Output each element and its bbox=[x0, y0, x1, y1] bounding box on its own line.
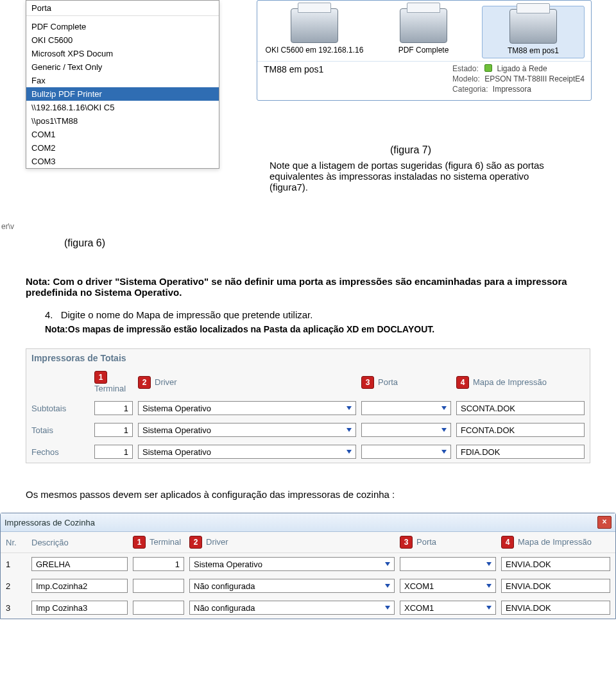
totals-table: Impressoras de Totais 1Terminal 2Driver … bbox=[26, 348, 590, 463]
nota-driver: Nota: Com o driver "Sistema Operativo" s… bbox=[26, 276, 590, 298]
ports-header: Porta bbox=[26, 1, 219, 16]
network-status-icon bbox=[484, 64, 492, 72]
ports-item[interactable]: \\192.168.1.16\OKI C5 bbox=[26, 101, 219, 114]
driver-select[interactable]: Sistema Operativo bbox=[138, 401, 356, 415]
chevron-down-icon bbox=[486, 606, 492, 610]
ports-item[interactable]: COM2 bbox=[26, 141, 219, 155]
desc-input[interactable]: Imp.Cozinha2 bbox=[31, 579, 128, 593]
driver-select[interactable]: Não configurada bbox=[189, 579, 395, 593]
driver-select[interactable]: Sistema Operativo bbox=[138, 445, 356, 459]
chevron-down-icon bbox=[441, 450, 447, 454]
th-mapa: Mapa de Impressão bbox=[518, 537, 592, 547]
mapa-input[interactable]: FDIA.DOK bbox=[456, 445, 585, 459]
mapa-input[interactable]: FCONTA.DOK bbox=[456, 423, 585, 437]
step4-number: 4. bbox=[45, 309, 53, 320]
badge-4: 4 bbox=[501, 536, 514, 549]
row-nr: 2 bbox=[6, 581, 26, 591]
ports-dropdown[interactable]: Porta PDF Complete OKI C5600 Microsoft X… bbox=[26, 0, 219, 169]
terminal-input[interactable]: 1 bbox=[94, 445, 133, 459]
modelo-label: Modelo: bbox=[452, 74, 480, 83]
porta-select[interactable] bbox=[361, 401, 451, 415]
table-row: 2 Imp.Cozinha2 Não configurada XCOM1 ENV… bbox=[1, 575, 615, 597]
categoria-label: Categoria: bbox=[452, 85, 488, 94]
chevron-down-icon bbox=[385, 584, 390, 588]
printer-tile-selected[interactable]: TM88 em pos1 bbox=[482, 6, 585, 58]
badge-1: 1 bbox=[94, 371, 107, 384]
ports-item[interactable]: Generic / Text Only bbox=[26, 60, 219, 74]
chevron-down-icon bbox=[346, 450, 352, 454]
porta-select[interactable] bbox=[361, 445, 451, 459]
badge-2: 2 bbox=[138, 376, 151, 389]
porta-select[interactable]: XCOM1 bbox=[400, 601, 496, 615]
row-label: Fechos bbox=[31, 447, 89, 457]
ports-item[interactable]: PDF Complete bbox=[26, 20, 219, 33]
driver-select[interactable]: Sistema Operativo bbox=[138, 423, 356, 437]
chevron-down-icon bbox=[486, 584, 492, 588]
step4-subnote: Nota:Os mapas de impressão estão localiz… bbox=[45, 324, 590, 334]
ports-item-selected[interactable]: Bullzip PDF Printer bbox=[26, 87, 219, 101]
terminal-input[interactable] bbox=[133, 601, 184, 615]
driver-select[interactable]: Não configurada bbox=[189, 601, 395, 615]
ports-item[interactable]: Microsoft XPS Docum bbox=[26, 47, 219, 60]
printer-icon bbox=[291, 8, 338, 43]
printer-icon bbox=[509, 9, 557, 44]
step4-text: Digite o nome do Mapa de impressão que p… bbox=[61, 309, 313, 320]
chevron-down-icon bbox=[486, 562, 492, 566]
terminal-input[interactable]: 1 bbox=[133, 557, 184, 571]
desc-input[interactable]: GRELHA bbox=[31, 557, 128, 571]
estado-label: Estado: bbox=[452, 64, 479, 73]
terminal-input[interactable]: 1 bbox=[94, 423, 133, 437]
mapa-input[interactable]: ENVIA.DOK bbox=[501, 601, 610, 615]
th-terminal: Terminal bbox=[94, 384, 126, 393]
printer-icon bbox=[400, 8, 447, 43]
ports-item[interactable]: Fax bbox=[26, 74, 219, 87]
selected-printer-name: TM88 em pos1 bbox=[264, 64, 452, 95]
mapa-input[interactable]: SCONTA.DOK bbox=[456, 401, 585, 415]
mapa-input[interactable]: ENVIA.DOK bbox=[501, 557, 610, 571]
badge-3: 3 bbox=[400, 536, 413, 549]
th-mapa: Mapa de Impressão bbox=[473, 377, 547, 387]
estado-value: Ligado à Rede bbox=[497, 64, 547, 73]
mapa-input[interactable]: ENVIA.DOK bbox=[501, 579, 610, 593]
th-driver: Driver bbox=[155, 377, 177, 387]
badge-1: 1 bbox=[133, 536, 146, 549]
th-terminal: Terminal bbox=[150, 537, 181, 547]
close-button[interactable]: × bbox=[597, 516, 612, 529]
driver-select[interactable]: Sistema Operativo bbox=[189, 557, 395, 571]
badge-3: 3 bbox=[361, 376, 374, 389]
terminal-input[interactable]: 1 bbox=[94, 401, 133, 415]
row-label: Totais bbox=[31, 425, 89, 435]
chevron-down-icon bbox=[441, 428, 447, 432]
table-row: Subtotais 1 Sistema Operativo SCONTA.DOK bbox=[26, 397, 590, 419]
terminal-input[interactable] bbox=[133, 579, 184, 593]
row-nr: 3 bbox=[6, 603, 26, 613]
th-desc: Descrição bbox=[31, 538, 128, 547]
ports-item[interactable]: OKI C5600 bbox=[26, 33, 219, 47]
cozinha-title: Impressoras de Cozinha bbox=[4, 518, 95, 527]
ports-item[interactable]: COM1 bbox=[26, 128, 219, 141]
table-row: Totais 1 Sistema Operativo FCONTA.DOK bbox=[26, 419, 590, 441]
categoria-value: Impressora bbox=[493, 85, 531, 94]
chevron-down-icon bbox=[441, 406, 447, 410]
th-nr: Nr. bbox=[6, 538, 26, 547]
desc-input[interactable]: Imp Cozinha3 bbox=[31, 601, 128, 615]
badge-2: 2 bbox=[189, 536, 202, 549]
printers-panel: OKI C5600 em 192.168.1.16 PDF Complete T… bbox=[257, 0, 592, 101]
figure6-caption: (figura 6) bbox=[64, 237, 105, 249]
modelo-value: EPSON TM-T88III ReceiptE4 bbox=[484, 74, 585, 83]
ports-item[interactable]: COM3 bbox=[26, 155, 219, 168]
porta-select[interactable] bbox=[400, 557, 496, 571]
chevron-down-icon bbox=[385, 606, 390, 610]
figure7-caption: (figura 7) bbox=[270, 144, 552, 156]
printer-name: TM88 em pos1 bbox=[484, 46, 583, 55]
printer-tile[interactable]: PDF Complete bbox=[373, 6, 474, 58]
printer-tile[interactable]: OKI C5600 em 192.168.1.16 bbox=[264, 6, 365, 58]
chevron-down-icon bbox=[385, 562, 390, 566]
ports-item[interactable]: \\pos1\TM88 bbox=[26, 114, 219, 128]
porta-select[interactable] bbox=[361, 423, 451, 437]
table-row: Fechos 1 Sistema Operativo FDIA.DOK bbox=[26, 441, 590, 463]
porta-select[interactable]: XCOM1 bbox=[400, 579, 496, 593]
cozinha-window: Impressoras de Cozinha × Nr. Descrição 1… bbox=[0, 513, 616, 619]
chevron-down-icon bbox=[346, 428, 352, 432]
printer-name: PDF Complete bbox=[374, 46, 473, 55]
